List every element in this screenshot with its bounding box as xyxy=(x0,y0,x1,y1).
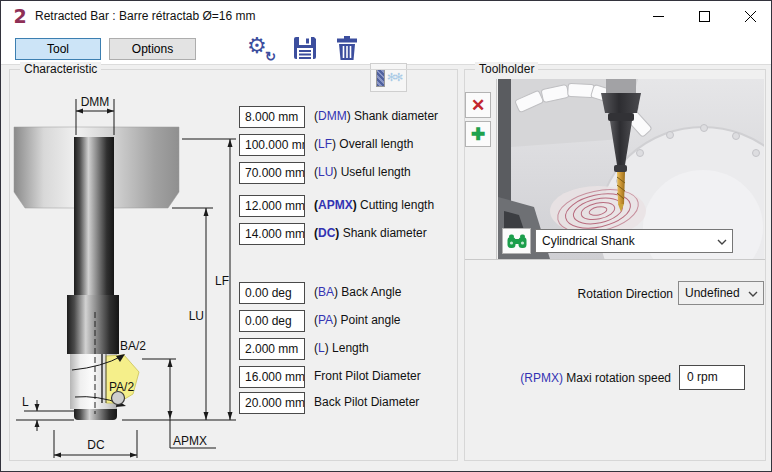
save-button[interactable] xyxy=(289,34,321,62)
tool-editor-window: 2 Retracted Bar : Barre rétractab Ø=16 m… xyxy=(0,0,772,472)
save-icon xyxy=(292,35,318,61)
svg-text:LU: LU xyxy=(189,309,204,323)
green-plus-icon: ✚ xyxy=(471,126,485,143)
binoculars-icon xyxy=(507,234,527,249)
rpmx-input[interactable]: 0 rpm xyxy=(679,365,745,390)
rotation-direction-select[interactable]: Undefined xyxy=(678,281,764,305)
update-button[interactable]: ⚙↻ xyxy=(244,34,276,62)
svg-text:DC: DC xyxy=(87,438,105,452)
l-input[interactable]: 2.000 mm xyxy=(239,338,305,360)
toolholder-divider xyxy=(496,79,497,259)
chevron-down-icon xyxy=(717,239,727,245)
delete-button[interactable] xyxy=(331,34,363,62)
update-gear-icon: ⚙↻ xyxy=(247,35,273,61)
app-logo-icon: 2 xyxy=(10,4,30,28)
front-pilot-input[interactable]: 16.000 mm xyxy=(239,366,305,388)
tab-options[interactable]: Options xyxy=(109,38,196,60)
trash-icon xyxy=(334,35,360,61)
toolholder-add-button[interactable]: ✚ xyxy=(465,121,491,147)
toolbar: Tool Options ⚙↻ xyxy=(1,31,771,65)
svg-text:APMX: APMX xyxy=(173,434,207,448)
red-x-icon: ✕ xyxy=(471,97,485,114)
svg-text:BA/2: BA/2 xyxy=(120,339,146,353)
toolholder-group-title: Toolholder xyxy=(475,62,538,76)
minimize-button[interactable] xyxy=(635,1,681,31)
dc-input[interactable]: 14.000 mm xyxy=(239,223,305,245)
ba-input[interactable]: 0.00 deg xyxy=(239,282,305,304)
rotation-direction-label: Rotation Direction xyxy=(501,287,673,301)
window-title: Retracted Bar : Barre rétractab Ø=16 mm xyxy=(35,1,255,31)
maximize-icon xyxy=(699,11,710,22)
lu-input[interactable]: 70.000 mm xyxy=(239,162,305,184)
tab-tool[interactable]: Tool xyxy=(15,38,101,60)
pa-input[interactable]: 0.00 deg xyxy=(239,310,305,332)
maximize-button[interactable] xyxy=(681,1,727,31)
search-toolholder-button[interactable] xyxy=(502,228,531,254)
minimize-icon xyxy=(653,11,664,22)
svg-text:LF: LF xyxy=(215,274,229,288)
chevron-down-icon xyxy=(748,291,758,297)
dmm-input[interactable]: 8.000 mm xyxy=(239,106,305,128)
close-button[interactable] xyxy=(727,1,772,31)
close-icon xyxy=(745,11,756,22)
titlebar: 2 Retracted Bar : Barre rétractab Ø=16 m… xyxy=(1,1,771,31)
rpmx-label: (RPMX) Maxi rotation speed xyxy=(471,371,671,385)
svg-text:L: L xyxy=(22,395,29,409)
back-pilot-input[interactable]: 20.000 mm xyxy=(239,392,305,414)
svg-text:DMM: DMM xyxy=(81,95,110,109)
toolholder-image-bottom-border xyxy=(465,259,765,260)
shank-type-select[interactable]: Cylindrical Shank xyxy=(535,229,733,253)
apmx-input[interactable]: 12.000 mm xyxy=(239,195,305,217)
toolholder-delete-button[interactable]: ✕ xyxy=(465,92,491,118)
lf-input[interactable]: 100.000 mm xyxy=(239,134,305,156)
svg-text:PA/2: PA/2 xyxy=(109,380,134,394)
